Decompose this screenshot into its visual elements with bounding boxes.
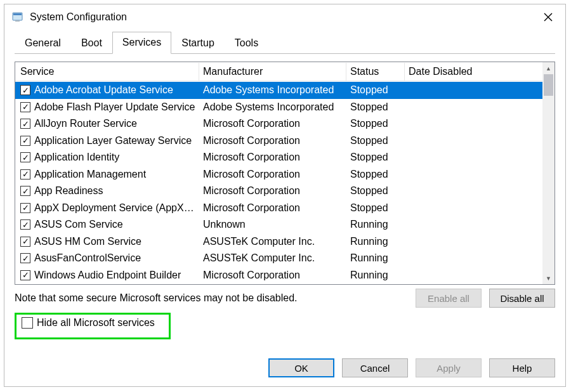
service-checkbox[interactable]: ✓	[20, 152, 30, 162]
note-row: Note that some secure Microsoft services…	[15, 289, 555, 308]
table-row[interactable]: ✓App ReadinessMicrosoft CorporationStopp…	[15, 183, 542, 200]
service-status: Running	[346, 268, 405, 282]
service-name: Application Management	[34, 169, 146, 180]
tab-general[interactable]: General	[15, 33, 71, 54]
service-date-disabled	[405, 156, 542, 159]
table-row[interactable]: ✓Adobe Acrobat Update ServiceAdobe Syste…	[15, 82, 542, 99]
tab-tools[interactable]: Tools	[225, 33, 268, 54]
apply-button[interactable]: Apply	[416, 358, 482, 377]
service-status: Stopped	[346, 134, 405, 148]
service-manufacturer: ASUSTeK Computer Inc.	[199, 235, 346, 249]
service-checkbox[interactable]: ✓	[20, 85, 30, 95]
scroll-up-icon[interactable]: ▲	[542, 62, 555, 74]
service-status: Stopped	[346, 167, 405, 181]
hide-services-checkbox[interactable]	[22, 317, 33, 329]
service-checkbox[interactable]: ✓	[20, 203, 30, 213]
service-status: Stopped	[346, 117, 405, 131]
service-checkbox[interactable]: ✓	[20, 169, 30, 180]
service-checkbox[interactable]: ✓	[20, 136, 30, 146]
header-manufacturer[interactable]: Manufacturer	[199, 63, 346, 81]
service-manufacturer: Microsoft Corporation	[199, 268, 346, 282]
service-date-disabled	[405, 89, 542, 91]
service-manufacturer: ASUSTeK Computer Inc.	[199, 251, 346, 265]
service-manufacturer: Microsoft Corporation	[199, 167, 346, 181]
msconfig-icon	[11, 10, 25, 24]
services-list: Service Manufacturer Status Date Disable…	[15, 62, 555, 285]
service-date-disabled	[405, 207, 542, 209]
service-manufacturer: Unknown	[199, 218, 346, 232]
service-manufacturer: Adobe Systems Incorporated	[199, 83, 346, 97]
service-name: ASUS HM Com Service	[34, 236, 141, 247]
service-status: Running	[346, 218, 405, 232]
content-area: Service Manufacturer Status Date Disable…	[4, 54, 565, 352]
tabs-area: General Boot Services Startup Tools	[4, 30, 565, 54]
enable-all-button[interactable]: Enable all	[416, 289, 482, 308]
svg-rect-1	[13, 13, 22, 15]
table-row[interactable]: ✓Windows Audio Endpoint BuilderMicrosoft…	[15, 267, 542, 284]
header-status[interactable]: Status	[346, 63, 405, 81]
service-name: Adobe Flash Player Update Service	[34, 101, 195, 113]
table-row[interactable]: ✓AsusFanControlServiceASUSTeK Computer I…	[15, 250, 542, 267]
list-header-row: Service Manufacturer Status Date Disable…	[15, 62, 542, 82]
service-status: Stopped	[346, 150, 405, 164]
service-date-disabled	[405, 122, 542, 125]
table-row[interactable]: ✓AppX Deployment Service (AppX…Microsoft…	[15, 200, 542, 217]
close-icon[interactable]	[534, 6, 563, 29]
table-row[interactable]: ✓AllJoyn Router ServiceMicrosoft Corpora…	[15, 115, 542, 133]
service-checkbox[interactable]: ✓	[20, 186, 30, 196]
service-status: Running	[346, 235, 405, 249]
service-status: Running	[346, 251, 405, 265]
header-date-disabled[interactable]: Date Disabled	[405, 63, 542, 81]
table-row[interactable]: ✓Application Layer Gateway ServiceMicros…	[15, 133, 542, 150]
service-name: Windows Audio Endpoint Builder	[34, 270, 181, 281]
table-row[interactable]: ✓Adobe Flash Player Update ServiceAdobe …	[15, 99, 542, 116]
help-button[interactable]: Help	[489, 358, 555, 377]
table-row[interactable]: ✓Application ManagementMicrosoft Corpora…	[15, 166, 542, 183]
service-manufacturer: Microsoft Corporation	[199, 184, 346, 198]
scroll-thumb[interactable]	[544, 74, 553, 96]
disable-all-button[interactable]: Disable all	[489, 289, 555, 308]
list-rows: ✓Adobe Acrobat Update ServiceAdobe Syste…	[15, 82, 542, 284]
tab-startup[interactable]: Startup	[171, 33, 225, 54]
ok-button[interactable]: OK	[268, 358, 334, 377]
service-manufacturer: Microsoft Corporation	[199, 117, 346, 131]
service-checkbox[interactable]: ✓	[20, 102, 30, 112]
service-status: Stopped	[346, 201, 405, 215]
service-date-disabled	[405, 223, 542, 226]
service-name: AppX Deployment Service (AppX…	[34, 202, 194, 214]
service-checkbox[interactable]: ✓	[20, 219, 30, 230]
header-service[interactable]: Service	[15, 63, 199, 81]
service-manufacturer: Microsoft Corporation	[199, 201, 346, 215]
service-date-disabled	[405, 173, 542, 176]
service-status: Stopped	[346, 184, 405, 198]
table-row[interactable]: ✓ASUS HM Com ServiceASUSTeK Computer Inc…	[15, 233, 542, 251]
service-date-disabled	[405, 190, 542, 192]
table-row[interactable]: ✓ASUS Com ServiceUnknownRunning	[15, 216, 542, 233]
service-manufacturer: Microsoft Corporation	[199, 134, 346, 148]
dialog-footer: OK Cancel Apply Help	[4, 352, 565, 386]
service-status: Stopped	[346, 100, 405, 114]
scroll-down-icon[interactable]: ▼	[542, 272, 555, 284]
service-checkbox[interactable]: ✓	[20, 270, 30, 280]
window-title: System Configuration	[30, 11, 534, 23]
scroll-track[interactable]	[542, 74, 555, 272]
tab-boot[interactable]: Boot	[71, 33, 112, 54]
tab-services[interactable]: Services	[112, 32, 171, 54]
note-text: Note that some secure Microsoft services…	[15, 292, 408, 304]
cancel-button[interactable]: Cancel	[342, 358, 408, 377]
service-date-disabled	[405, 240, 542, 243]
vertical-scrollbar[interactable]: ▲ ▼	[542, 62, 555, 284]
hide-services-label: Hide all Microsoft services	[37, 317, 155, 329]
service-date-disabled	[405, 274, 542, 277]
service-name: AllJoyn Router Service	[34, 118, 137, 129]
service-name: Adobe Acrobat Update Service	[34, 84, 173, 96]
hide-services-row: Hide all Microsoft services	[15, 313, 555, 339]
service-checkbox[interactable]: ✓	[20, 253, 30, 263]
service-checkbox[interactable]: ✓	[20, 237, 30, 247]
service-manufacturer: Microsoft Corporation	[199, 150, 346, 164]
table-row[interactable]: ✓Application IdentityMicrosoft Corporati…	[15, 149, 542, 166]
service-checkbox[interactable]: ✓	[20, 119, 30, 129]
service-manufacturer: Adobe Systems Incorporated	[199, 100, 346, 114]
tabs: General Boot Services Startup Tools	[15, 32, 555, 54]
service-name: Application Layer Gateway Service	[34, 135, 192, 147]
